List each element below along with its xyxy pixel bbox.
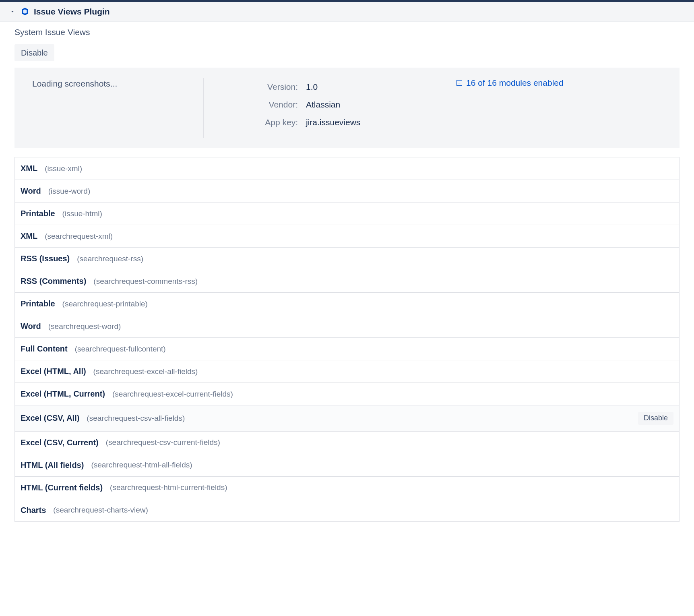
- module-row[interactable]: Excel (CSV, All)(searchrequest-csv-all-f…: [15, 405, 679, 431]
- module-row[interactable]: RSS (Issues)(searchrequest-rss): [15, 247, 679, 270]
- module-name: Word: [21, 322, 41, 331]
- module-row[interactable]: HTML (All fields)(searchrequest-html-all…: [15, 454, 679, 476]
- chevron-down-icon: [9, 8, 16, 15]
- module-name: HTML (All fields): [21, 461, 84, 470]
- modules-enabled-text: 16 of 16 modules enabled: [466, 78, 564, 88]
- module-id: (searchrequest-word): [48, 322, 121, 331]
- module-id: (searchrequest-excel-all-fields): [93, 367, 198, 376]
- plugin-title: Issue Views Plugin: [34, 7, 110, 17]
- vendor-value: Atlassian: [306, 100, 340, 110]
- module-name: Printable: [21, 299, 55, 308]
- disable-module-button[interactable]: Disable: [638, 412, 673, 425]
- module-name: Excel (CSV, All): [21, 413, 79, 423]
- plugin-subtitle: System Issue Views: [14, 27, 680, 37]
- module-row[interactable]: Printable(searchrequest-printable): [15, 292, 679, 315]
- module-id: (searchrequest-xml): [45, 232, 113, 241]
- module-id: (searchrequest-fullcontent): [75, 345, 166, 353]
- module-name: XML: [21, 232, 37, 241]
- plugin-header[interactable]: Issue Views Plugin: [0, 2, 694, 22]
- module-id: (searchrequest-comments-rss): [93, 277, 198, 286]
- disable-button[interactable]: Disable: [14, 44, 54, 61]
- module-name: Word: [21, 186, 41, 196]
- module-row[interactable]: Excel (HTML, Current)(searchrequest-exce…: [15, 382, 679, 405]
- module-id: (searchrequest-html-all-fields): [91, 461, 192, 469]
- module-id: (issue-html): [62, 209, 102, 218]
- module-id: (searchrequest-csv-all-fields): [87, 414, 185, 423]
- module-name: Excel (HTML, Current): [21, 389, 105, 399]
- module-name: RSS (Issues): [21, 254, 70, 263]
- module-row[interactable]: XML(searchrequest-xml): [15, 225, 679, 247]
- screenshots-panel: Loading screenshots...: [14, 68, 204, 148]
- module-id: (issue-word): [48, 187, 91, 196]
- module-name: HTML (Current fields): [21, 483, 103, 492]
- module-name: Printable: [21, 209, 55, 218]
- module-row[interactable]: Excel (HTML, All)(searchrequest-excel-al…: [15, 360, 679, 382]
- module-id: (searchrequest-charts-view): [53, 506, 148, 515]
- module-id: (searchrequest-excel-current-fields): [112, 390, 233, 399]
- plugin-icon: [20, 7, 30, 17]
- module-row[interactable]: Full Content(searchrequest-fullcontent): [15, 337, 679, 360]
- collapse-icon: −: [456, 80, 462, 86]
- module-name: Excel (CSV, Current): [21, 438, 99, 447]
- module-row[interactable]: Word(searchrequest-word): [15, 315, 679, 337]
- module-row[interactable]: HTML (Current fields)(searchrequest-html…: [15, 476, 679, 499]
- appkey-label: App key:: [221, 118, 298, 127]
- module-name: RSS (Comments): [21, 277, 86, 286]
- module-name: XML: [21, 164, 37, 173]
- module-row[interactable]: XML(issue-xml): [15, 157, 679, 180]
- loading-text: Loading screenshots...: [32, 79, 117, 88]
- version-label: Version:: [221, 82, 298, 92]
- version-value: 1.0: [306, 82, 318, 92]
- module-id: (searchrequest-csv-current-fields): [106, 438, 220, 447]
- module-row[interactable]: Word(issue-word): [15, 180, 679, 202]
- modules-list: XML(issue-xml)Word(issue-word)Printable(…: [14, 157, 680, 522]
- info-panel: Loading screenshots... Version: 1.0 Vend…: [14, 68, 680, 148]
- module-name: Excel (HTML, All): [21, 367, 86, 376]
- vendor-label: Vendor:: [221, 100, 298, 110]
- module-row[interactable]: RSS (Comments)(searchrequest-comments-rs…: [15, 270, 679, 292]
- modules-status-panel: − 16 of 16 modules enabled: [437, 68, 680, 148]
- module-id: (issue-xml): [45, 164, 82, 173]
- module-name: Charts: [21, 506, 46, 515]
- meta-panel: Version: 1.0 Vendor: Atlassian App key: …: [204, 68, 437, 148]
- module-id: (searchrequest-printable): [62, 300, 148, 308]
- module-row[interactable]: Excel (CSV, Current)(searchrequest-csv-c…: [15, 431, 679, 454]
- module-id: (searchrequest-html-current-fields): [110, 483, 227, 492]
- appkey-value: jira.issueviews: [306, 118, 360, 127]
- modules-enabled-link[interactable]: − 16 of 16 modules enabled: [456, 78, 564, 88]
- module-row[interactable]: Charts(searchrequest-charts-view): [15, 499, 679, 521]
- module-name: Full Content: [21, 344, 68, 353]
- module-row[interactable]: Printable(issue-html): [15, 202, 679, 225]
- module-id: (searchrequest-rss): [77, 254, 143, 263]
- subheader: System Issue Views: [0, 22, 694, 37]
